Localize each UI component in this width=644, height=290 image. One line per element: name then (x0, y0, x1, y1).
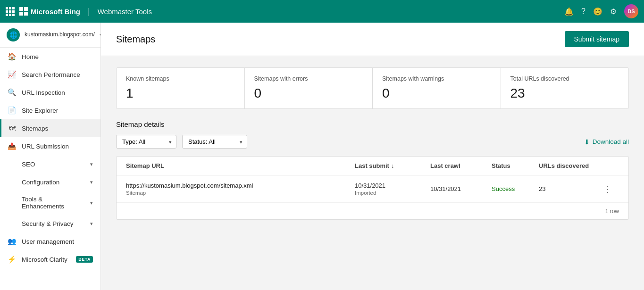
col-header-actions (600, 162, 619, 169)
sidebar-section-security[interactable]: Security & Privacy ▾ (0, 215, 100, 232)
sidebar-label-home: Home (22, 53, 93, 60)
tools-icon (8, 199, 16, 207)
site-globe-icon: 🌐 (7, 28, 20, 41)
sidebar-item-url-submission[interactable]: 📤 URL Submission (0, 137, 100, 155)
sidebar-item-search-performance[interactable]: 📈 Search Performance (0, 66, 100, 83)
col-header-last-submit[interactable]: Last submit ↓ (355, 162, 430, 169)
help-icon[interactable]: ? (581, 7, 585, 16)
tool-name: Webmaster Tools (98, 8, 152, 16)
sidebar-label-user-management: User management (22, 238, 93, 245)
col-header-url: Sitemap URL (126, 162, 355, 169)
cell-actions: ⋮ (600, 184, 619, 194)
apps-icon[interactable] (6, 7, 15, 16)
submit-sitemap-button[interactable]: Submit sitemap (565, 31, 629, 47)
notification-icon[interactable]: 🔔 (564, 7, 574, 16)
table-row: https://kustomasium.blogspot.com/sitemap… (117, 175, 628, 203)
topbar-divider: | (88, 7, 90, 17)
col-header-status: Status (492, 162, 539, 169)
row-count: 1 row (605, 208, 619, 215)
sidebar-item-url-inspection[interactable]: 🔍 URL Inspection (0, 83, 100, 101)
sidebar-label-sitemaps: Sitemaps (22, 125, 93, 132)
sidebar-item-sitemaps[interactable]: 🗺 Sitemaps (0, 119, 100, 137)
stats-row: Known sitemaps 1 Sitemaps with errors 0 … (116, 67, 629, 109)
sidebar-item-home[interactable]: 🏠 Home (0, 48, 100, 66)
stat-label-warnings: Sitemaps with warnings (382, 75, 491, 82)
topbar: Microsoft Bing | Webmaster Tools 🔔 ? 😊 ⚙… (0, 0, 644, 23)
sitemap-details-section: Sitemap details Type: All Type: Sitemap … (116, 120, 629, 220)
user-management-icon: 👥 (8, 237, 16, 246)
table-header: Sitemap URL Last submit ↓ Last crawl Sta… (117, 157, 628, 175)
url-submission-icon: 📤 (8, 142, 16, 150)
sidebar-label-security: Security & Privacy (22, 220, 84, 227)
sidebar-label-clarity: Microsoft Clarity (22, 256, 70, 263)
sidebar-label-url-inspection: URL Inspection (22, 89, 93, 96)
submit-note: Imported (355, 190, 430, 196)
sidebar-item-site-explorer[interactable]: 📄 Site Explorer (0, 101, 100, 119)
clarity-icon: ⚡ (8, 255, 16, 264)
section-title: Sitemap details (116, 120, 629, 128)
sidebar-label-configuration: Configuration (22, 179, 84, 186)
tools-chevron-icon: ▾ (90, 200, 93, 206)
sidebar: 🌐 kustomasium.blogspot.com/ ▾ 🏠 Home 📈 S… (0, 23, 101, 290)
site-explorer-icon: 📄 (8, 106, 16, 115)
page-title: Sitemaps (116, 34, 155, 45)
status-filter-select[interactable]: Status: All Status: Success Status: Erro… (182, 135, 247, 149)
download-all-label: Download all (593, 138, 629, 145)
site-name-label: kustomasium.blogspot.com/ (25, 31, 95, 39)
search-performance-icon: 📈 (8, 70, 16, 79)
sidebar-label-seo: SEO (22, 161, 84, 168)
configuration-chevron-icon: ▾ (90, 179, 93, 185)
download-all-button[interactable]: ⬇ Download all (584, 138, 629, 146)
topbar-left: Microsoft Bing | Webmaster Tools (6, 7, 564, 17)
stat-label-errors: Sitemaps with errors (254, 75, 363, 82)
sidebar-section-seo[interactable]: SEO ▾ (0, 155, 100, 173)
content-area: Sitemaps Submit sitemap Known sitemaps 1… (101, 23, 644, 290)
stat-known-sitemaps: Known sitemaps 1 (117, 68, 245, 108)
stat-sitemaps-warnings: Sitemaps with warnings 0 (373, 68, 501, 108)
sidebar-section-tools[interactable]: Tools & Enhancements ▾ (0, 191, 100, 215)
download-icon: ⬇ (584, 138, 590, 146)
security-icon (8, 219, 16, 228)
stat-value-warnings: 0 (382, 86, 491, 101)
sidebar-item-microsoft-clarity[interactable]: ⚡ Microsoft Clarity BETA (0, 250, 100, 268)
security-chevron-icon: ▾ (90, 221, 93, 227)
sitemap-url-value: https://kustomasium.blogspot.com/sitemap… (126, 182, 355, 189)
brand-name: Microsoft Bing (31, 8, 80, 16)
stat-value-known: 1 (126, 86, 235, 101)
brand-logo: Microsoft Bing (19, 7, 80, 16)
cell-status: Success (492, 185, 539, 192)
sidebar-section-configuration[interactable]: Configuration ▾ (0, 173, 100, 191)
type-filter-wrapper: Type: All Type: Sitemap Type: News (116, 135, 176, 149)
row-more-button[interactable]: ⋮ (600, 184, 614, 194)
cell-last-submit: 10/31/2021 Imported (355, 182, 430, 196)
stat-label-total-urls: Total URLs discovered (510, 75, 619, 82)
beta-badge: BETA (76, 256, 93, 263)
emoji-icon[interactable]: 😊 (593, 7, 602, 16)
col-header-urls-discovered: URLs discovered (539, 162, 600, 169)
stat-sitemaps-errors: Sitemaps with errors 0 (245, 68, 373, 108)
last-submit-date: 10/31/2021 (355, 182, 430, 189)
sidebar-label-site-explorer: Site Explorer (22, 107, 93, 114)
stat-value-total-urls: 23 (510, 86, 619, 101)
configuration-icon (8, 178, 16, 186)
type-filter-select[interactable]: Type: All Type: Sitemap Type: News (116, 135, 176, 149)
settings-icon[interactable]: ⚙ (610, 7, 617, 16)
topbar-right: 🔔 ? 😊 ⚙ DS (564, 4, 638, 18)
cell-urls-discovered: 23 (539, 185, 600, 192)
sort-icon: ↓ (391, 162, 394, 169)
url-inspection-icon: 🔍 (8, 88, 16, 97)
home-icon: 🏠 (8, 52, 16, 61)
avatar[interactable]: DS (624, 4, 638, 18)
site-selector[interactable]: 🌐 kustomasium.blogspot.com/ ▾ (0, 23, 100, 48)
stat-value-errors: 0 (254, 86, 363, 101)
sitemaps-icon: 🗺 (8, 124, 16, 133)
status-badge: Success (492, 185, 515, 192)
filters-row: Type: All Type: Sitemap Type: News Statu… (116, 135, 629, 149)
cell-last-crawl: 10/31/2021 (430, 185, 492, 192)
sidebar-item-user-management[interactable]: 👥 User management (0, 232, 100, 250)
seo-chevron-icon: ▾ (90, 161, 93, 167)
sitemap-table: Sitemap URL Last submit ↓ Last crawl Sta… (116, 156, 629, 220)
stat-total-urls: Total URLs discovered 23 (501, 68, 629, 108)
sitemap-type-value: Sitemap (126, 190, 355, 196)
seo-icon (8, 160, 16, 168)
